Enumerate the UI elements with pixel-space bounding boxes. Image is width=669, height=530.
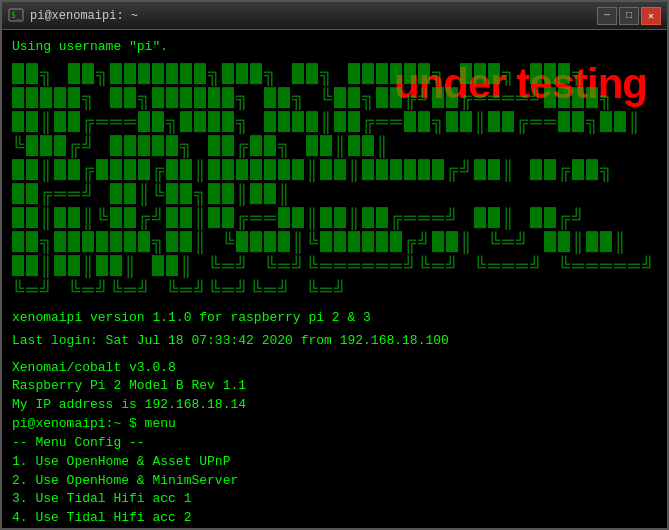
- using-username-line: Using username "pi".: [12, 38, 657, 57]
- ip-address: My IP address is 192.168.18.14: [12, 396, 657, 415]
- titlebar: $_ pi@xenomaipi: ~ ─ □ ✕: [2, 2, 667, 30]
- xenomai-version: Xenomai/cobalt v3.0.8: [12, 359, 657, 378]
- info-block: Xenomai/cobalt v3.0.8 Raspberry Pi 2 Mod…: [12, 359, 657, 416]
- window-title: pi@xenomaipi: ~: [30, 9, 138, 23]
- prompt-line: pi@xenomaipi:~ $ menu: [12, 415, 657, 434]
- minimize-button[interactable]: ─: [597, 7, 617, 25]
- menu-item-4: 4. Use Tidal Hifi acc 2: [12, 509, 657, 528]
- version-line: xenomaipi version 1.1.0 for raspberry pi…: [12, 309, 657, 328]
- menu-header: -- Menu Config --: [12, 434, 657, 453]
- menu-output: -- Menu Config -- 1. Use OpenHome & Asse…: [12, 434, 657, 528]
- close-button[interactable]: ✕: [641, 7, 661, 25]
- window-controls[interactable]: ─ □ ✕: [597, 7, 661, 25]
- terminal-window: $_ pi@xenomaipi: ~ ─ □ ✕ under testing U…: [0, 0, 669, 530]
- raspberry-model: Raspberry Pi 2 Model B Rev 1.1: [12, 377, 657, 396]
- prompt-command: pi@xenomaipi:~ $ menu: [12, 415, 657, 434]
- menu-item-3: 3. Use Tidal Hifi acc 1: [12, 490, 657, 509]
- svg-text:$_: $_: [11, 11, 21, 20]
- ascii-art-block: ██╗ ██╗███████╗███╗ ██╗ ██████╗ ███╗ ███…: [12, 63, 657, 303]
- maximize-button[interactable]: □: [619, 7, 639, 25]
- terminal-body[interactable]: under testing Using username "pi". ██╗ █…: [2, 30, 667, 528]
- menu-item-1: 1. Use OpenHome & Asset UPnP: [12, 453, 657, 472]
- titlebar-left: $_ pi@xenomaipi: ~: [8, 8, 138, 24]
- last-login-line: Last login: Sat Jul 18 07:33:42 2020 fro…: [12, 332, 657, 351]
- menu-item-2: 2. Use OpenHome & MinimServer: [12, 472, 657, 491]
- terminal-icon: $_: [8, 8, 24, 24]
